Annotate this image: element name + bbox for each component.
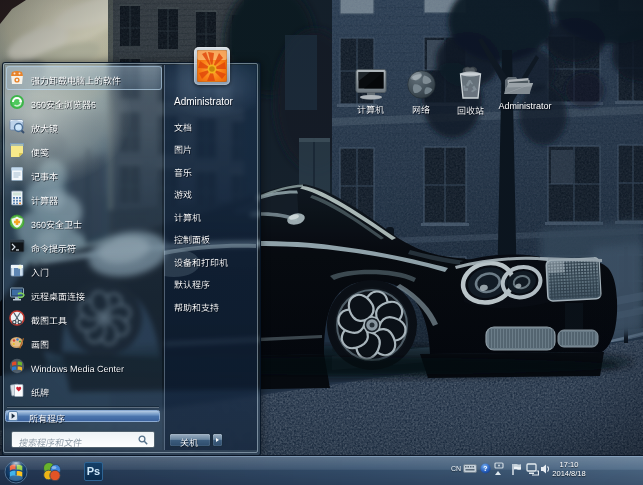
svg-text:?: ? (483, 465, 487, 472)
